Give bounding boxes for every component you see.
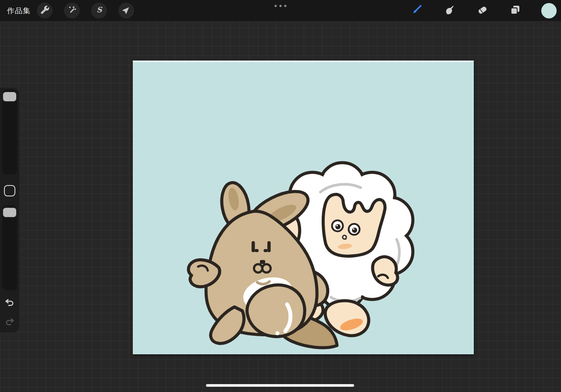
wrench-icon — [40, 5, 50, 16]
opacity-slider[interactable] — [2, 205, 17, 290]
redo-button[interactable] — [4, 316, 15, 328]
selection-s-icon: S — [95, 5, 104, 16]
adjustments-button[interactable] — [64, 3, 80, 18]
layers-icon — [509, 4, 521, 18]
eraser-icon — [476, 4, 488, 18]
paint-brush-icon — [411, 4, 423, 18]
selection-button[interactable]: S — [91, 3, 107, 18]
brush-size-slider[interactable] — [2, 89, 17, 175]
paint-tools-group — [410, 0, 561, 21]
actions-button[interactable] — [37, 3, 53, 18]
home-indicator[interactable] — [206, 384, 354, 387]
gallery-button[interactable]: 作品集 — [0, 6, 37, 16]
eraser-button[interactable] — [476, 4, 489, 17]
ellipsis-icon — [280, 5, 282, 7]
ellipsis-icon — [275, 5, 277, 7]
modify-button[interactable] — [4, 185, 15, 196]
transform-button[interactable] — [118, 3, 134, 18]
smudge-icon — [444, 4, 455, 18]
redo-icon — [4, 322, 15, 329]
canvas-options-button[interactable] — [273, 3, 288, 9]
svg-text:S: S — [96, 5, 103, 14]
artwork-rabbit-and-sheep — [133, 61, 474, 354]
ellipsis-icon — [284, 5, 287, 7]
app-window: 作品集 S — [0, 0, 561, 392]
undo-button[interactable] — [4, 297, 15, 308]
transform-arrow-icon — [122, 5, 131, 16]
brush-size-handle[interactable] — [2, 91, 17, 102]
brush-sidebar — [0, 88, 19, 332]
layers-button[interactable] — [508, 4, 522, 17]
magic-wand-icon — [67, 5, 77, 16]
top-toolbar: 作品集 S — [0, 0, 561, 21]
paint-brush-button[interactable] — [410, 4, 423, 17]
smudge-button[interactable] — [443, 4, 456, 17]
undo-icon — [4, 303, 15, 310]
drawing-canvas[interactable] — [133, 61, 474, 354]
color-swatch[interactable] — [541, 3, 557, 18]
opacity-handle[interactable] — [2, 207, 17, 218]
